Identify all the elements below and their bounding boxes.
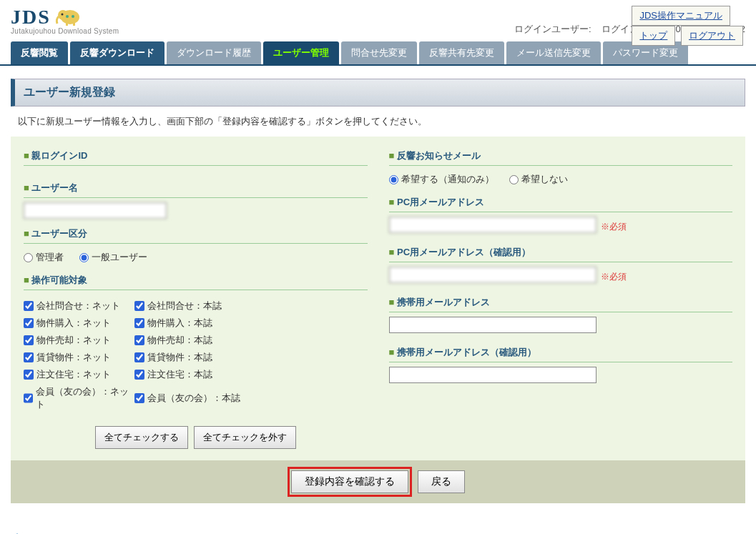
required-mark: ※必須 bbox=[601, 221, 627, 233]
parent-id-value bbox=[24, 170, 368, 177]
check-item[interactable]: 注文住宅：本誌 bbox=[134, 368, 212, 381]
check-item[interactable]: 物件売却：本誌 bbox=[134, 334, 212, 347]
check-item[interactable]: 注文住宅：ネット bbox=[24, 368, 134, 381]
logo-elephant-icon bbox=[54, 6, 83, 29]
submit-bar: 登録内容を確認する 戻る bbox=[11, 460, 745, 503]
radio-general[interactable]: 一般ユーザー bbox=[79, 252, 147, 262]
svg-rect-6 bbox=[73, 22, 75, 26]
radio-admin[interactable]: 管理者 bbox=[24, 252, 64, 262]
tab-share-change[interactable]: 反響共有先変更 bbox=[419, 41, 504, 64]
check-item[interactable]: 会員（友の会）：本誌 bbox=[134, 385, 240, 411]
tab-inquiry-change[interactable]: 問合せ先変更 bbox=[341, 41, 417, 64]
tab-hankyo-download[interactable]: 反響ダウンロード bbox=[70, 41, 165, 64]
label-pc-mail: PC用メールアドレス bbox=[389, 192, 733, 212]
check-item[interactable]: 賃貸物件：ネット bbox=[24, 351, 134, 364]
radio-notice-no[interactable]: 希望しない bbox=[509, 174, 568, 184]
label-user-kubun: ユーザー区分 bbox=[24, 223, 368, 244]
label-target: 操作可能対象 bbox=[24, 270, 368, 290]
form-area: 親ログインID ユーザー名 ユーザー区分 管理者 一般ユーザー 操作可能対象 会… bbox=[11, 137, 745, 460]
pc-mail-confirm-input[interactable] bbox=[389, 267, 597, 283]
radio-notice-yes[interactable]: 希望する（通知のみ） bbox=[389, 174, 494, 184]
pc-mail-input[interactable] bbox=[389, 217, 597, 233]
svg-point-3 bbox=[66, 15, 69, 18]
check-all-button[interactable]: 全てチェックする bbox=[95, 426, 188, 449]
label-mobile-mail-confirm: 携帯用メールアドレス（確認用） bbox=[389, 342, 733, 362]
username-input[interactable] bbox=[24, 202, 167, 219]
logout-link[interactable]: ログアウト bbox=[681, 26, 743, 46]
svg-point-4 bbox=[72, 15, 74, 18]
label-notice-mail: 反響お知らせメール bbox=[389, 145, 733, 166]
instruction-text: 以下に新規ユーザー情報を入力し、画面下部の「登録内容を確認する」ボタンを押してく… bbox=[0, 115, 756, 137]
check-item[interactable]: 会社問合せ：本誌 bbox=[134, 300, 222, 312]
svg-point-2 bbox=[62, 13, 64, 15]
logo: JDS Jutakujouhou Download System bbox=[11, 6, 119, 35]
uncheck-all-button[interactable]: 全てチェックを外す bbox=[194, 426, 296, 449]
mobile-mail-input[interactable] bbox=[389, 317, 597, 333]
logo-subtitle: Jutakujouhou Download System bbox=[11, 27, 119, 35]
top-link[interactable]: トップ bbox=[632, 26, 675, 46]
tab-hankyo-etsuran[interactable]: 反響閲覧 bbox=[11, 41, 68, 64]
confirm-button[interactable]: 登録内容を確認する bbox=[291, 470, 408, 493]
label-pc-mail-confirm: PC用メールアドレス（確認用） bbox=[389, 242, 733, 262]
check-item[interactable]: 物件売却：ネット bbox=[24, 334, 134, 347]
check-item[interactable]: 会社問合せ：ネット bbox=[24, 300, 134, 312]
logo-text: JDS bbox=[11, 6, 51, 29]
back-button[interactable]: 戻る bbox=[418, 470, 465, 493]
svg-rect-5 bbox=[66, 22, 68, 26]
label-parent-id: 親ログインID bbox=[24, 145, 368, 166]
mobile-mail-confirm-input[interactable] bbox=[389, 367, 597, 383]
check-item[interactable]: 物件購入：ネット bbox=[24, 317, 134, 330]
tab-download-history[interactable]: ダウンロード履歴 bbox=[167, 41, 261, 64]
tab-mail-change[interactable]: メール送信先変更 bbox=[506, 41, 601, 64]
page-title: ユーザー新規登録 bbox=[11, 79, 745, 107]
label-mobile-mail: 携帯用メールアドレス bbox=[389, 292, 733, 312]
required-mark: ※必須 bbox=[601, 271, 627, 283]
manual-link[interactable]: JDS操作マニュアル bbox=[632, 6, 730, 26]
check-item[interactable]: 物件購入：本誌 bbox=[134, 317, 212, 330]
company-name-blurred bbox=[395, 6, 445, 19]
check-item[interactable]: 会員（友の会）：ネット bbox=[24, 385, 134, 411]
check-item[interactable]: 賃貸物件：本誌 bbox=[134, 351, 212, 364]
label-username: ユーザー名 bbox=[24, 177, 368, 198]
tab-user-manage[interactable]: ユーザー管理 bbox=[263, 41, 339, 64]
